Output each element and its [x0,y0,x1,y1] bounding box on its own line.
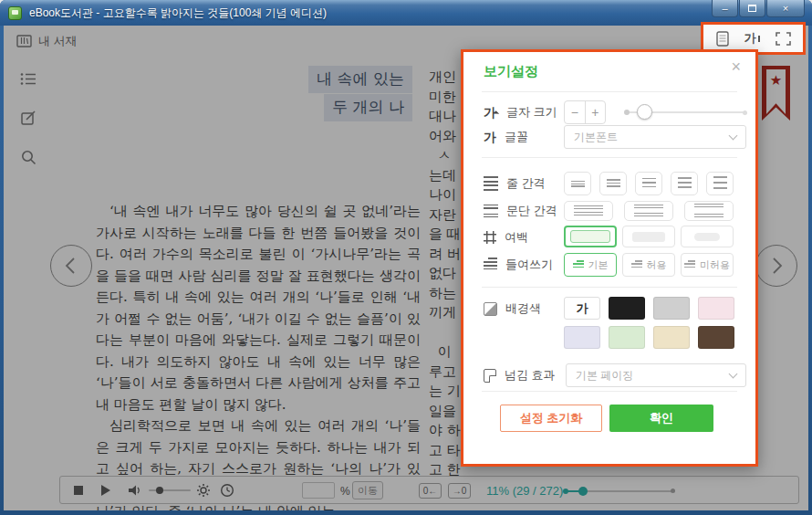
bg-swatch-pink[interactable] [698,297,734,320]
slider-start-dot [624,110,630,115]
page-effect-label: 넘김 효과 [484,363,556,387]
text-cursor-icon [758,36,760,42]
confirm-button[interactable]: 확인 [609,405,713,432]
margin-option-large[interactable] [681,226,734,247]
bg-swatch-black[interactable] [609,297,645,320]
line-spacing-option-5[interactable] [706,172,734,195]
tts-font-icon: 가 [744,30,756,47]
maximize-button[interactable] [739,0,765,17]
para-spacing-option-1[interactable] [564,201,613,221]
line-spacing-label: 줄 간격 [484,172,546,195]
font-size-slider-knob[interactable] [637,104,652,120]
font-family-label: 가 글꼴 [484,125,528,149]
line-spacing-option-3[interactable] [635,172,662,195]
font-size-label: 가 글자 크기 [484,100,557,124]
font-family-select[interactable]: 기본폰트 [564,125,746,149]
margin-options [564,226,734,247]
para-spacing-options [564,201,734,221]
app-icon [8,6,22,20]
para-spacing-option-3[interactable] [684,201,734,221]
window-title: eBook도서관 - 고요할수록 밝아지는 것들(100쇄 기념 에디션) [29,5,327,21]
spacing-lines-icon [678,177,692,190]
para-spacing-label: 문단 간격 [484,199,557,223]
page-view-icon [716,31,729,47]
bg-swatch-gray[interactable] [653,297,690,320]
chevron-down-icon [729,131,738,140]
line-spacing-option-4[interactable] [671,172,698,195]
background-color-label: 배경색 [484,297,541,321]
indent-option-disallow[interactable]: 미허용 [681,253,734,277]
chevron-down-icon [729,369,738,378]
margin-label: 여백 [484,226,528,249]
line-spacing-option-2[interactable] [599,172,627,195]
line-spacing-option-1[interactable] [564,172,591,195]
divider [482,157,737,158]
bg-swatch-green[interactable] [609,326,645,349]
font-family-value: 기본폰트 [574,130,618,145]
reset-settings-button[interactable]: 설정 초기화 [500,405,602,432]
spacing-lines-icon [607,179,620,188]
background-color-icon [484,302,497,316]
window-controls: – × [712,0,805,17]
maximize-icon [748,5,756,12]
bg-swatch-lavender[interactable] [564,326,600,349]
page-turn-icon [484,369,496,383]
font-size-decrease-button[interactable]: − [565,101,586,123]
para-spacing-option-2[interactable] [624,201,673,221]
bg-swatch-white[interactable]: 가 [564,297,600,320]
indent-lines-icon [573,260,584,269]
margin-icon [484,231,496,244]
margin-option-medium[interactable] [622,226,675,247]
indent-lines-icon [684,260,695,269]
page-effect-select[interactable]: 기본 페이징 [566,363,746,387]
indent-lines-icon [631,260,642,269]
spacing-lines-icon [642,178,656,189]
tts-font-button[interactable]: 가 [744,30,760,47]
indent-option-default[interactable]: 기본 [564,253,617,277]
divider [482,91,737,92]
indent-label: 들여쓰기 [484,253,553,277]
para-spacing-icon [484,205,498,217]
indent-icon [484,258,497,271]
indent-options: 기본 허용 미허용 [564,253,734,277]
line-spacing-icon [484,176,498,191]
font-ga-icon: 가 [484,131,496,143]
fullscreen-button[interactable] [776,32,791,46]
page-effect-value: 기본 페이징 [576,368,633,384]
close-icon[interactable]: × [731,58,741,75]
dialog-title: 보기설정 [484,63,538,80]
close-button[interactable]: × [766,0,805,17]
bg-swatch-brown[interactable] [698,326,734,349]
app-window: eBook도서관 - 고요할수록 밝아지는 것들(100쇄 기념 에디션) – … [0,0,812,515]
bg-swatch-ga-label: 가 [577,300,588,317]
titlebar: eBook도서관 - 고요할수록 밝아지는 것들(100쇄 기념 에디션) – … [0,0,812,26]
divider [482,391,737,392]
line-spacing-options [564,172,734,195]
spacing-lines-icon [571,181,585,187]
font-size-stepper: − + [564,100,606,124]
bg-swatch-beige[interactable] [653,326,690,349]
margin-option-small[interactable] [564,226,617,247]
spacing-lines-icon [713,176,727,191]
divider [482,287,737,288]
minimize-button[interactable]: – [712,0,738,17]
slider-end-dot [743,110,747,115]
page-view-button[interactable] [716,31,729,47]
fullscreen-icon [776,32,791,46]
indent-option-allow[interactable]: 허용 [622,253,675,277]
background-color-options: 가 [564,297,734,349]
font-size-increase-button[interactable]: + [586,101,606,123]
view-settings-dialog: 보기설정 × 가 글자 크기 − + 가 글꼴 기본폰트 줄 간격 [461,49,758,467]
